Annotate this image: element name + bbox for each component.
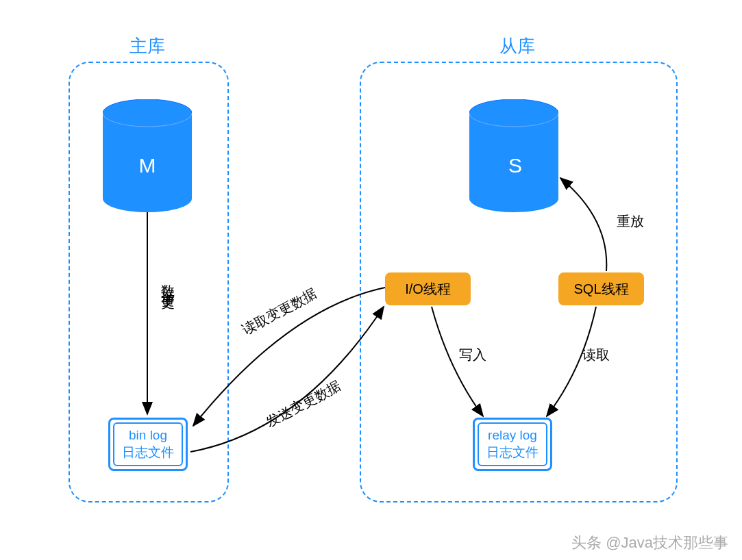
- read-label: 读取: [582, 346, 610, 364]
- master-title: 主库: [127, 34, 168, 58]
- slave-db-label: S: [505, 154, 525, 177]
- io-thread-label: I/O线程: [405, 280, 451, 298]
- data-change-label: 数据变更: [159, 274, 177, 290]
- master-db-label: M: [137, 154, 158, 177]
- svg-point-2: [103, 185, 192, 212]
- send-change-label: 发送变更数据: [263, 377, 345, 431]
- binlog-subtitle: 日志文件: [122, 444, 174, 461]
- watermark: 头条 @Java技术那些事: [571, 533, 728, 553]
- binlog-box: bin log 日志文件: [108, 418, 188, 471]
- write-label: 写入: [459, 346, 486, 364]
- binlog-title: bin log: [129, 427, 167, 444]
- sql-thread-box: SQL线程: [558, 272, 644, 305]
- sql-thread-label: SQL线程: [573, 280, 628, 298]
- slave-title: 从库: [497, 34, 538, 58]
- io-thread-box: I/O线程: [385, 272, 471, 305]
- svg-point-6: [469, 185, 558, 212]
- replay-label: 重放: [617, 212, 644, 231]
- relaylog-title: relay log: [488, 427, 537, 444]
- relaylog-subtitle: 日志文件: [486, 444, 539, 461]
- relaylog-box: relay log 日志文件: [473, 418, 552, 471]
- read-change-label: 读取变更数据: [239, 284, 321, 339]
